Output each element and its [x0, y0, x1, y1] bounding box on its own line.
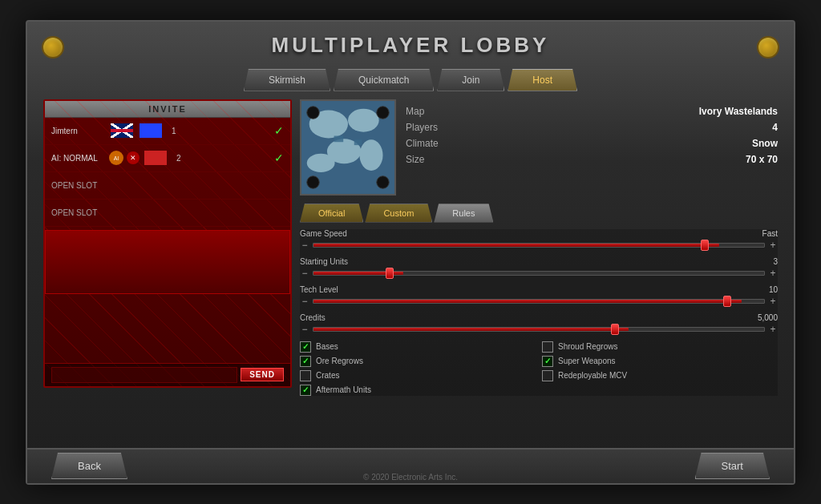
player-name-2: AI: NORMAL	[51, 154, 107, 163]
player-row-2[interactable]: AI: NORMAL AI ✕ 2 ✓	[45, 145, 290, 172]
map-climate-row: Climate Snow	[406, 138, 778, 149]
checkbox-mcv-box[interactable]	[542, 370, 553, 381]
map-preview	[300, 99, 396, 196]
player-row-4[interactable]: OPEN SLOT	[45, 200, 290, 227]
game-speed-fill	[313, 244, 719, 247]
checkbox-ore-box[interactable]: ✓	[300, 356, 311, 367]
checkbox-mcv-label: Redeployable MCV	[558, 371, 627, 380]
tab-skirmish[interactable]: Skirmish	[244, 69, 330, 91]
player-color-1	[140, 123, 162, 138]
tech-level-plus[interactable]: +	[768, 296, 778, 307]
checkbox-aftermath-box[interactable]: ✓	[300, 385, 311, 396]
game-speed-value: Fast	[762, 229, 778, 238]
open-slot-2: OPEN SLOT	[51, 208, 97, 217]
svg-point-3	[348, 108, 379, 131]
svg-rect-12	[354, 139, 362, 145]
starting-units-control: − +	[300, 268, 778, 279]
chat-area	[45, 230, 290, 294]
checkboxes-grid: ✓ Bases Shroud Regrows ✓ Ore Regrows ✓ S…	[300, 341, 778, 396]
checkbox-superweapons-box[interactable]: ✓	[542, 356, 553, 367]
game-speed-control: − +	[300, 240, 778, 251]
main-tabs: Skirmish Quickmatch Join Host	[43, 69, 778, 91]
svg-point-9	[307, 175, 319, 187]
checkbox-shroud-box[interactable]	[542, 341, 553, 353]
players-label: Players	[406, 122, 438, 133]
checkbox-superweapons-label: Super Weapons	[558, 357, 616, 365]
game-speed-minus[interactable]: −	[300, 240, 309, 251]
player-number-2: 2	[176, 154, 188, 163]
tech-level-value: 10	[769, 285, 778, 294]
svg-rect-11	[334, 135, 344, 142]
starting-units-minus[interactable]: −	[300, 268, 309, 279]
checkbox-superweapons-check: ✓	[544, 357, 551, 365]
tech-level-control: − +	[300, 296, 778, 307]
credits-value: 5,000	[758, 313, 778, 322]
tab-quickmatch[interactable]: Quickmatch	[334, 69, 434, 91]
checkbox-bases-box[interactable]: ✓	[300, 341, 311, 353]
map-size-row: Size 70 x 70	[406, 154, 778, 165]
checkbox-bases: ✓ Bases	[300, 341, 536, 353]
size-label: Size	[406, 154, 424, 165]
send-area: SEND	[45, 363, 290, 386]
tab-join[interactable]: Join	[437, 69, 504, 91]
copyright-text: © 2020 Electronic Arts Inc.	[27, 471, 794, 483]
checkbox-superweapons: ✓ Super Weapons	[542, 356, 778, 367]
map-name-row: Map Ivory Wastelands	[406, 106, 778, 117]
map-players-row: Players 4	[406, 122, 778, 133]
player-check-2: ✓	[274, 151, 284, 164]
players-value: 4	[772, 122, 778, 133]
starting-units-plus[interactable]: +	[768, 268, 778, 279]
starting-units-track[interactable]	[313, 271, 765, 276]
ai-close-1[interactable]: ✕	[127, 151, 140, 164]
starting-units-slider-row: Starting Units 3 − +	[300, 257, 778, 279]
map-info-row: Map Ivory Wastelands Players 4 Climate S…	[300, 99, 778, 196]
starting-units-thumb	[386, 268, 394, 279]
tech-level-track[interactable]	[313, 299, 765, 304]
player-row-3[interactable]: OPEN SLOT	[45, 172, 290, 200]
credits-track[interactable]	[313, 327, 765, 332]
tab-custom[interactable]: Custom	[365, 204, 432, 223]
player-row-1[interactable]: Jimtern 1 ✓	[45, 118, 290, 145]
tab-official[interactable]: Official	[300, 204, 363, 223]
checkbox-bases-label: Bases	[316, 342, 338, 351]
checkbox-aftermath: ✓ Aftermath Units	[300, 385, 536, 396]
tech-level-thumb	[723, 296, 731, 307]
game-speed-plus[interactable]: +	[768, 240, 778, 251]
send-button[interactable]: SEND	[241, 368, 284, 381]
tab-host[interactable]: Host	[508, 69, 577, 91]
game-speed-thumb	[701, 240, 709, 251]
game-tabs: Official Custom Rules	[300, 204, 778, 223]
svg-point-7	[307, 106, 319, 118]
svg-point-10	[377, 175, 389, 187]
credits-label: Credits	[300, 313, 326, 322]
map-name-value: Ivory Wastelands	[699, 106, 778, 117]
checkbox-crates: Crates	[300, 370, 536, 381]
climate-value: Snow	[752, 138, 778, 149]
tab-rules[interactable]: Rules	[434, 204, 493, 223]
tech-level-slider-row: Tech Level 10 − +	[300, 285, 778, 307]
checkbox-shroud-label: Shroud Regrows	[558, 342, 617, 351]
size-value: 70 x 70	[746, 154, 778, 165]
svg-point-6	[307, 153, 335, 171]
tech-level-minus[interactable]: −	[300, 296, 309, 307]
invite-panel: INVITE Jimtern 1 ✓ AI: NORMAL AI ✕ 2 ✓	[43, 99, 292, 388]
player-flag-1	[111, 123, 133, 138]
checkbox-bases-check: ✓	[302, 342, 309, 351]
player-check-1: ✓	[274, 124, 284, 137]
credits-control: − +	[300, 324, 778, 335]
game-speed-track[interactable]	[313, 243, 765, 248]
map-details: Map Ivory Wastelands Players 4 Climate S…	[406, 99, 778, 196]
credits-minus[interactable]: −	[300, 324, 309, 335]
checkbox-shroud: Shroud Regrows	[542, 341, 778, 353]
chat-input[interactable]	[51, 367, 237, 383]
checkbox-mcv: Redeployable MCV	[542, 370, 778, 381]
start-button[interactable]: Start	[695, 453, 770, 479]
settings-panel: Game Speed Fast − + Star	[300, 229, 778, 396]
checkbox-crates-box[interactable]	[300, 370, 311, 381]
credits-plus[interactable]: +	[768, 324, 778, 335]
player-name-1: Jimtern	[51, 127, 107, 135]
svg-point-8	[377, 106, 389, 118]
ai-icon-1: AI	[109, 151, 123, 165]
checkbox-ore-label: Ore Regrows	[316, 357, 363, 365]
checkbox-aftermath-check: ✓	[302, 385, 309, 394]
